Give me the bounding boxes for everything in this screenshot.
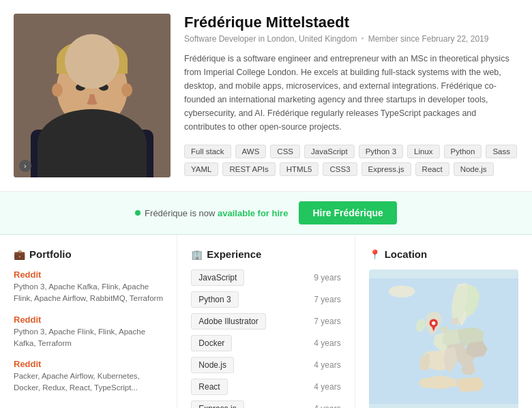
svg-point-3: [57, 49, 128, 128]
tag-item: Linux: [407, 145, 440, 158]
svg-rect-5: [57, 60, 128, 74]
skill-name: Python 3: [191, 291, 238, 308]
skill-years: 4 years: [314, 404, 340, 408]
portfolio-description: Packer, Apache Airflow, Kubernetes, Dock…: [14, 370, 163, 394]
tag-item: React: [415, 162, 449, 176]
skill-name: Express.js: [191, 400, 243, 408]
tag-item: Full stack: [184, 145, 231, 158]
svg-point-11: [389, 285, 415, 297]
profile-meta: Software Developer in London, United Kin…: [184, 34, 518, 44]
skill-years: 9 years: [314, 273, 340, 282]
skill-years: 4 years: [314, 360, 340, 370]
svg-point-4: [57, 40, 128, 81]
meta-separator: •: [361, 34, 364, 44]
svg-point-8: [76, 84, 85, 91]
profile-bio: Frédérique is a software engineer and en…: [184, 52, 518, 134]
tag-item: YAML: [184, 162, 218, 176]
experience-row: Adobe Illustrator 7 years: [191, 313, 340, 330]
main-content: 💼 Portfolio Reddit Python 3, Apache Kafk…: [0, 235, 532, 408]
hire-banner: Frédérique is now available for hire Hir…: [0, 192, 532, 235]
tag-item: REST APIs: [222, 162, 275, 176]
hire-status: Frédérique is now available for hire: [135, 208, 288, 218]
tag-item: AWS: [235, 145, 267, 158]
portfolio-link[interactable]: Reddit: [14, 359, 163, 369]
hire-status-text: Frédérique is now available for hire: [145, 208, 288, 218]
skill-name: Docker: [191, 335, 232, 351]
tag-item: Python 3: [359, 145, 403, 158]
portfolio-section: 💼 Portfolio Reddit Python 3, Apache Kafk…: [0, 235, 177, 408]
tag-item: Python: [444, 145, 482, 158]
profile-section: › Frédérique Mittelstaedt Software Devel…: [0, 0, 532, 192]
portfolio-icon: 💼: [14, 249, 25, 260]
tags-container: Full stackAWSCSSJavaScriptPython 3LinuxP…: [184, 145, 518, 176]
portfolio-items: Reddit Python 3, Apache Kafka, Flink, Ap…: [14, 269, 163, 394]
profile-arrow-icon: ›: [19, 160, 31, 172]
tag-item: CSS3: [323, 162, 357, 176]
skill-name: React: [191, 379, 227, 395]
location-section: 📍 Location: [355, 235, 532, 408]
hire-button[interactable]: Hire Frédérique: [299, 201, 396, 224]
member-since: Member since February 22, 2019: [368, 34, 489, 44]
map-svg: [369, 269, 518, 408]
experience-row: React 4 years: [191, 379, 340, 395]
experience-row: Python 3 7 years: [191, 291, 340, 308]
svg-point-1: [31, 123, 153, 177]
tag-item: CSS: [270, 145, 300, 158]
experience-row: Express.js 4 years: [191, 400, 340, 408]
tag-item: Express.js: [361, 162, 411, 176]
location-title: 📍 Location: [369, 248, 518, 260]
portfolio-description: Python 3, Apache Kafka, Flink, Apache Fl…: [14, 281, 163, 305]
portfolio-link[interactable]: Reddit: [14, 315, 163, 325]
tag-item: Sass: [486, 145, 517, 158]
avatar-container: ›: [14, 14, 171, 177]
status-dot: [135, 210, 141, 216]
svg-point-7: [121, 83, 132, 97]
skill-years: 7 years: [314, 295, 340, 304]
portfolio-item: Reddit Python 3, Apache Flink, Flink, Ap…: [14, 315, 163, 350]
svg-point-9: [99, 84, 108, 91]
profile-title: Software Developer in London, United Kin…: [184, 34, 357, 44]
svg-rect-2: [31, 130, 153, 177]
experience-icon: 🏢: [191, 249, 203, 260]
portfolio-item: Reddit Python 3, Apache Kafka, Flink, Ap…: [14, 269, 163, 305]
skill-name: Adobe Illustrator: [191, 313, 265, 330]
skill-years: 4 years: [314, 382, 340, 392]
experience-row: JavaScript 9 years: [191, 269, 340, 286]
portfolio-title: 💼 Portfolio: [14, 248, 163, 260]
svg-point-14: [432, 321, 435, 325]
profile-info: Frédérique Mittelstaedt Software Develop…: [184, 14, 518, 177]
svg-point-6: [52, 83, 63, 97]
skill-name: JavaScript: [191, 269, 244, 286]
portfolio-link[interactable]: Reddit: [14, 269, 163, 280]
tag-item: HTML5: [280, 162, 319, 176]
profile-name: Frédérique Mittelstaedt: [184, 14, 518, 31]
experience-row: Docker 4 years: [191, 335, 340, 351]
experience-row: Node.js 4 years: [191, 357, 340, 373]
tag-item: JavaScript: [304, 145, 355, 158]
location-icon: 📍: [369, 249, 381, 260]
avatar: [14, 14, 171, 177]
map-container: [369, 269, 518, 408]
portfolio-description: Python 3, Apache Flink, Flink, Apache Ka…: [14, 326, 163, 350]
skill-years: 7 years: [314, 317, 340, 326]
avatar-svg: [14, 14, 171, 177]
skill-name: Node.js: [191, 357, 234, 373]
experience-rows: JavaScript 9 years Python 3 7 years Adob…: [191, 269, 340, 408]
experience-title: 🏢 Experience: [191, 248, 340, 260]
portfolio-item: Reddit Packer, Apache Airflow, Kubernete…: [14, 359, 163, 394]
experience-section: 🏢 Experience JavaScript 9 years Python 3…: [177, 235, 355, 408]
tag-item: Node.js: [454, 162, 494, 176]
skill-years: 4 years: [314, 338, 340, 348]
